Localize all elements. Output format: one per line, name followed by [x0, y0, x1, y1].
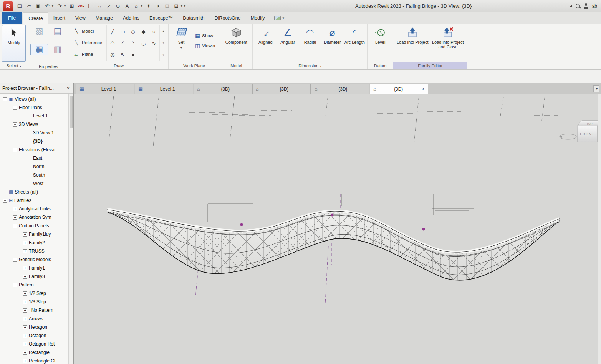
tree-item[interactable]: ▤ Sheets (all): [0, 188, 73, 196]
load-into-project-close-button[interactable]: Load into Project and Close: [430, 25, 465, 49]
tree-item[interactable]: North: [0, 162, 73, 171]
tab-create[interactable]: Create: [23, 12, 48, 24]
tree-toggle-icon[interactable]: +: [23, 241, 27, 245]
redo-icon[interactable]: ↷: [55, 2, 64, 11]
tree-toggle-icon[interactable]: −: [3, 199, 7, 203]
recent-files-icon[interactable]: ▤: [15, 2, 24, 11]
tree-item[interactable]: + Family3: [0, 272, 73, 281]
tree-item[interactable]: + Family2: [0, 238, 73, 247]
tangent-arc-tool-icon[interactable]: ◝: [128, 37, 138, 49]
tree-toggle-icon[interactable]: +: [23, 249, 27, 253]
tree-toggle-icon[interactable]: +: [23, 342, 27, 346]
user-label[interactable]: ab: [592, 3, 597, 9]
print-icon[interactable]: ⊞: [68, 2, 76, 11]
tree-toggle-icon[interactable]: +: [23, 325, 27, 329]
tree-item[interactable]: + Octagon Rot: [0, 340, 73, 348]
tree-item[interactable]: + Annotation Sym: [0, 213, 73, 222]
tree-toggle-icon[interactable]: −: [13, 122, 17, 127]
line-tool-icon[interactable]: ╱: [107, 26, 118, 37]
tree-toggle-icon[interactable]: −: [13, 258, 17, 262]
arc-length-dimension-button[interactable]: ◜ Arc Length: [344, 25, 365, 45]
tree-toggle-icon[interactable]: −: [13, 148, 17, 152]
tree-item[interactable]: − Pattern: [0, 281, 73, 289]
tree-item[interactable]: + TRUSS: [0, 247, 73, 255]
work-plane-button[interactable]: ▱ Plane: [71, 49, 104, 59]
default-3d-view-icon[interactable]: ⌂: [132, 2, 141, 11]
tree-item[interactable]: + _No Pattern: [0, 306, 73, 314]
tree-item[interactable]: 3D View 1: [0, 129, 73, 137]
circle-tool-icon[interactable]: ○: [149, 26, 159, 37]
center-ends-arc-tool-icon[interactable]: ◜: [118, 37, 128, 49]
modify-gallery-button[interactable]: ▾: [270, 12, 289, 24]
text-icon[interactable]: A: [123, 2, 131, 11]
tree-toggle-icon[interactable]: +: [23, 334, 27, 338]
tree-item[interactable]: + Rectangle Cl: [0, 357, 73, 364]
tree-item[interactable]: West: [0, 179, 73, 188]
tab-datasmith[interactable]: Datasmith: [178, 12, 209, 24]
visibility-settings-button[interactable]: ▥: [49, 44, 66, 55]
scale-icon[interactable]: ↔: [95, 2, 104, 11]
tab-manage[interactable]: Manage: [91, 12, 118, 24]
tree-toggle-icon[interactable]: +: [23, 317, 27, 321]
show-work-plane-button[interactable]: ▦ Show: [193, 31, 218, 40]
tree-toggle-icon[interactable]: +: [13, 207, 17, 211]
aligned-dimension-icon[interactable]: ↗: [104, 2, 113, 11]
tree-toggle-icon[interactable]: +: [23, 300, 27, 304]
select-panel-menu[interactable]: Select: [0, 62, 28, 69]
user-account-icon[interactable]: [583, 3, 589, 9]
tree-item[interactable]: + Hexagon: [0, 323, 73, 331]
tree-item[interactable]: + Analytical Links: [0, 205, 73, 213]
tree-toggle-icon[interactable]: +: [23, 291, 27, 296]
view-tab[interactable]: ⌂ {3D} ×: [252, 84, 311, 94]
tree-item[interactable]: + Family1: [0, 264, 73, 272]
draw-gallery-down-icon[interactable]: ▾: [161, 37, 166, 49]
tab-modify[interactable]: Modify: [246, 12, 270, 24]
bridge-truss-model[interactable]: [107, 210, 559, 280]
tree-item[interactable]: − Curtain Panels: [0, 222, 73, 230]
browser-scrollbar[interactable]: [68, 94, 73, 364]
tab-dirootsone[interactable]: DiRootsOne: [210, 12, 246, 24]
radial-dimension-button[interactable]: ◠ Radial: [299, 25, 321, 45]
set-work-plane-button[interactable]: Set: [171, 25, 192, 50]
pdf-export-icon[interactable]: PDF: [77, 2, 85, 11]
view-tab[interactable]: ⌂ {3D} ×: [194, 84, 252, 94]
tree-item[interactable]: Level 1: [0, 112, 73, 120]
family-category-button[interactable]: ▧: [30, 25, 48, 37]
tree-item[interactable]: − Generic Models: [0, 255, 73, 264]
dimension-panel-menu[interactable]: Dimension: [253, 62, 367, 69]
properties-button[interactable]: ▦: [30, 44, 48, 55]
search-icon[interactable]: [576, 4, 580, 8]
tree-toggle-icon[interactable]: +: [23, 308, 27, 313]
family-types-button[interactable]: ▤: [49, 25, 66, 37]
tree-item[interactable]: + Rectangle: [0, 348, 73, 357]
point-tool-icon[interactable]: ●: [128, 49, 138, 60]
render-icon[interactable]: ◑: [154, 2, 162, 11]
tree-item[interactable]: − ▣ Views (all): [0, 95, 73, 103]
view-tab-list-icon[interactable]: ▾: [593, 85, 599, 92]
collapse-arrow-icon[interactable]: ◂: [570, 3, 572, 8]
tree-item[interactable]: + Arrows: [0, 314, 73, 323]
drawing-area[interactable]: TOP FRONT: [74, 94, 601, 364]
ellipse-tool-icon[interactable]: ◎: [107, 49, 118, 60]
draw-gallery-up-icon[interactable]: ▴: [161, 25, 166, 37]
plane-viewer-button[interactable]: ◫ Viewer: [193, 41, 218, 50]
view-tab[interactable]: ▦ Level 1 ×: [135, 84, 193, 94]
tree-item[interactable]: + Octagon: [0, 331, 73, 340]
level-button[interactable]: Level: [369, 25, 391, 45]
tree-item[interactable]: {3D}: [0, 137, 73, 146]
tab-add-ins[interactable]: Add-Ins: [118, 12, 144, 24]
angular-dimension-button[interactable]: ∠ Angular: [277, 25, 298, 45]
view-cube[interactable]: TOP FRONT: [560, 121, 601, 142]
tree-toggle-icon[interactable]: −: [3, 97, 7, 101]
undo-dropdown-icon[interactable]: ▾: [51, 2, 55, 11]
view-tab[interactable]: ⌂ {3D} ×: [370, 84, 428, 94]
tree-toggle-icon[interactable]: −: [13, 224, 17, 228]
draw-gallery-expand-icon[interactable]: ▿: [161, 49, 166, 61]
sun-settings-icon[interactable]: ☀: [144, 2, 153, 11]
modify-button[interactable]: Modify: [2, 25, 26, 62]
spline-tool-icon[interactable]: ∿: [149, 37, 159, 49]
close-view-icon[interactable]: ×: [421, 87, 425, 91]
canvas-scrollbar[interactable]: [598, 94, 601, 364]
view-tab[interactable]: ▦ Level 1 ×: [76, 84, 134, 94]
save-icon[interactable]: ▣: [34, 2, 42, 11]
